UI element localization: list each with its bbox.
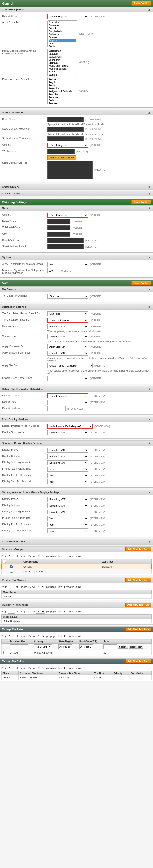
shipping-save-button[interactable]: Save Config: [131, 200, 151, 204]
basket-zero-select[interactable]: Yes: [48, 479, 88, 484]
dest-country-select[interactable]: United Kingdom: [48, 394, 88, 398]
vat-save-button[interactable]: Save Config: [131, 281, 151, 285]
origin-collapse-icon[interactable]: ▲: [148, 206, 151, 210]
validate-vat-button[interactable]: Validate VAT Number: [48, 155, 76, 160]
calc-based-select[interactable]: Shipping Address: [48, 318, 88, 322]
locale-options-collapse-icon[interactable]: ▼: [148, 192, 151, 195]
tax-classes-header[interactable]: Tax Classes ▲: [0, 287, 153, 292]
allow-multiple-select[interactable]: No: [48, 262, 88, 267]
mtr-row-checkbox-1[interactable]: [3, 651, 6, 654]
oi-zero-select[interactable]: Yes: [48, 528, 88, 533]
states-options-collapse-icon[interactable]: ▼: [148, 185, 151, 189]
store-country-select[interactable]: United Kingdom: [48, 143, 88, 148]
calculation-settings-header[interactable]: Calculation Settings ▲: [0, 304, 153, 310]
basket-prices-select[interactable]: Excluding VAT: [48, 448, 88, 453]
shipping-prices-select[interactable]: Excluding VAT: [48, 334, 88, 339]
cg-page-input[interactable]: [8, 554, 15, 558]
mtr-filter-rate-input[interactable]: [103, 644, 117, 649]
basket-grand-select[interactable]: Yes: [48, 467, 88, 472]
apply-discount-select[interactable]: Excluding VAT: [48, 350, 88, 355]
dest-post-input[interactable]: [48, 406, 65, 411]
basket-full-select[interactable]: Yes: [48, 473, 88, 478]
save-config-button-top[interactable]: Save Config: [131, 1, 151, 6]
origin-country-select[interactable]: United Kingdom: [48, 213, 88, 218]
oi-subtotal-select[interactable]: Excluding VAT: [48, 503, 88, 508]
customer-tax-classes-add-btn[interactable]: Add New Tax Rate: [125, 603, 151, 607]
locale-options-header[interactable]: Locale Options ▼: [0, 191, 153, 196]
calc-method-select[interactable]: Unit Price: [48, 311, 88, 316]
orders-invoices-collapse-icon[interactable]: ▲: [148, 491, 151, 494]
orders-invoices-header[interactable]: Orders, Invoices, Credit Memos Display S…: [0, 490, 153, 495]
tax-classes-collapse-icon[interactable]: ▲: [148, 287, 151, 291]
price-display-content: Display Product Prices In Catalog Includ…: [0, 422, 153, 438]
shopping-basket-collapse-icon[interactable]: ▲: [148, 441, 151, 445]
mtrules-row-product-1: Standard: [57, 676, 93, 680]
cg-per-page-select[interactable]: 20: [36, 554, 45, 558]
apply-customer-select[interactable]: After Discount: [48, 344, 88, 349]
mtr-page-input[interactable]: [8, 634, 15, 638]
max-qty-input[interactable]: [48, 268, 59, 273]
price-display-header[interactable]: Price Display Settings ▲: [0, 417, 153, 422]
product-tax-classes-add-btn[interactable]: Add New Tax Rate: [125, 578, 151, 582]
manage-tax-rules-add-btn[interactable]: Add New Tax Rule: [125, 659, 151, 663]
price-display-collapse-icon[interactable]: ▲: [148, 417, 151, 421]
mtr-search-btn[interactable]: Search: [118, 645, 128, 649]
catalog-prices-select[interactable]: Excluding VAT: [48, 324, 88, 329]
cg-select-all[interactable]: [3, 560, 6, 563]
mtr-filter-country-select[interactable]: All Countries: [34, 644, 52, 649]
ctc-per-page-select[interactable]: 20: [36, 610, 45, 614]
store-info-collapse-icon[interactable]: ▲: [148, 111, 151, 114]
ptc-per-page-select[interactable]: 20: [36, 585, 45, 589]
oi-prices-select[interactable]: Excluding VAT: [48, 497, 88, 502]
countries-options-header[interactable]: Countries Options ▲: [0, 7, 153, 12]
ctc-page-input[interactable]: [8, 610, 15, 614]
cg-row-checkbox-1[interactable]: [10, 565, 13, 568]
max-qty-label: Maximum Qty Allowed for Shipping to Mult…: [2, 268, 48, 274]
mtrules-page-input[interactable]: [8, 666, 15, 670]
default-destination-header[interactable]: Default Tax Destination Calculation ▲: [0, 386, 153, 392]
shipping-options-collapse-icon[interactable]: ▲: [148, 255, 151, 259]
mtrules-per-page-select[interactable]: 20: [36, 666, 45, 670]
mtr-filter-identifier-input[interactable]: [10, 644, 28, 649]
apply-tax-on-select[interactable]: Custom price if available: [48, 363, 93, 368]
fixed-product-taxes-collapse-icon[interactable]: ▼: [148, 540, 151, 544]
allow-countries-select[interactable]: Azerbaijan Bahamas Bahrain Bangladesh Ba…: [48, 20, 77, 48]
fixed-product-taxes-header[interactable]: Fixed Product Taxes ▼: [0, 539, 153, 544]
manage-tax-rates-add-btn[interactable]: Add New Tax Rate: [125, 627, 151, 631]
display-shipping-select[interactable]: Excluding VAT: [48, 430, 88, 435]
oi-shipping-select[interactable]: Excluding VAT: [48, 509, 88, 515]
mtr-per-page-select[interactable]: 20: [36, 634, 45, 638]
shopping-basket-header[interactable]: Shopping Basket Display Settings ▲: [0, 441, 153, 446]
display-catalog-select[interactable]: Including and Excluding VAT: [48, 424, 93, 429]
customer-groups-section: Customer Groups Add New Tax Rate Page of…: [0, 546, 153, 576]
states-options-header[interactable]: States Options ▼: [0, 184, 153, 190]
origin-header[interactable]: Origin ▲: [0, 206, 153, 211]
dest-state-select[interactable]: [48, 400, 88, 405]
mtr-filter-state-input[interactable]: [58, 644, 72, 649]
customer-groups-add-btn[interactable]: Add New Tax Rate: [125, 547, 151, 551]
ptc-page-input[interactable]: [8, 585, 15, 589]
oi-grand-select[interactable]: Yes: [48, 516, 88, 521]
oi-shipping-control: Excluding VAT [STORE VIEW]: [48, 509, 151, 515]
postal-optional-select[interactable]: Uzbekistan Vanuatu Vatican City Venezuel…: [48, 49, 77, 76]
eu-countries-select[interactable]: Andorra Angola Anguilla Antarctica Antig…: [48, 77, 77, 104]
basket-shipping-select[interactable]: Excluding VAT: [48, 460, 88, 465]
mtr-filter-post: [78, 644, 102, 650]
shipping-options-header[interactable]: Options ▲: [0, 255, 153, 260]
oi-full-select[interactable]: Yes: [48, 522, 88, 527]
locale-options-section: Locale Options ▼: [0, 191, 153, 196]
countries-options-collapse-icon[interactable]: ▲: [148, 8, 151, 11]
mtr-filter-post-input[interactable]: [79, 644, 93, 649]
calc-method-row: Tax Calculation Method Based On Unit Pri…: [2, 311, 151, 316]
basket-subtotal-select[interactable]: Excluding VAT: [48, 454, 88, 459]
eu-countries-global-label: [GLOBAL]: [79, 90, 89, 92]
default-destination-collapse-icon[interactable]: ▲: [148, 387, 151, 391]
mtr-reset-btn[interactable]: Reset Filter: [129, 645, 143, 649]
tax-class-shipping-select[interactable]: Standard: [48, 294, 88, 299]
default-country-select[interactable]: United Kingdom: [48, 14, 88, 19]
cg-row-checkbox-2[interactable]: [10, 570, 13, 573]
calculation-settings-collapse-icon[interactable]: ▲: [148, 305, 151, 309]
dest-state-label: Default State: [2, 400, 48, 403]
store-information-header[interactable]: Store Information ▲: [0, 110, 153, 115]
cross-border-select[interactable]: [48, 376, 88, 381]
